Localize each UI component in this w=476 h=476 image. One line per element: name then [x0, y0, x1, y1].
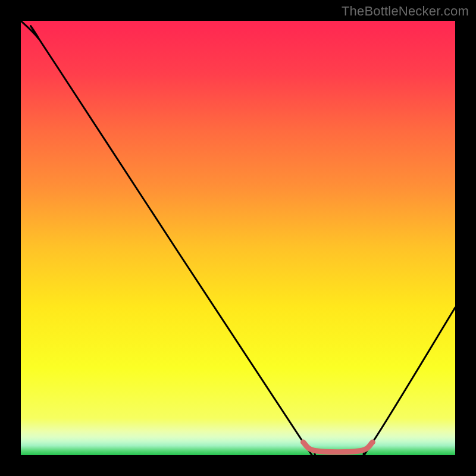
chart-frame	[21, 21, 455, 455]
chart-svg	[21, 21, 455, 455]
watermark-text: TheBottleNecker.com	[342, 4, 469, 19]
chart-background	[21, 21, 455, 455]
